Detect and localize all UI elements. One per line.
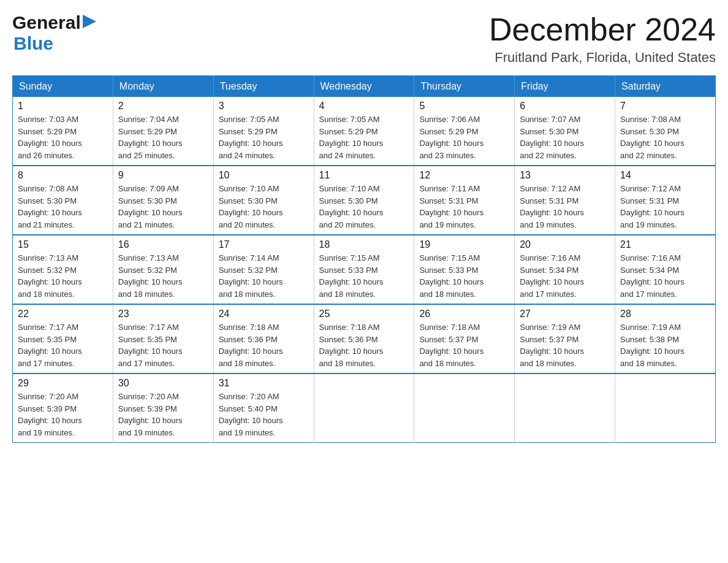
day-info-text: and 26 minutes. xyxy=(18,150,108,162)
day-info-text: Sunrise: 7:19 AM xyxy=(620,321,710,334)
day-number: 2 xyxy=(118,101,208,112)
day-info-text: Sunrise: 7:07 AM xyxy=(520,113,610,126)
day-info-text: Sunset: 5:34 PM xyxy=(520,264,610,277)
day-info-text: and 18 minutes. xyxy=(419,288,509,301)
day-number: 9 xyxy=(118,170,208,181)
day-info-text: Daylight: 10 hours xyxy=(18,415,108,427)
day-number: 20 xyxy=(520,239,610,250)
day-info-text: Daylight: 10 hours xyxy=(118,137,208,150)
table-row: 3Sunrise: 7:05 AMSunset: 5:29 PMDaylight… xyxy=(213,97,314,166)
day-info-text: and 18 minutes. xyxy=(18,288,108,301)
day-info-text: Daylight: 10 hours xyxy=(18,276,108,288)
day-number: 24 xyxy=(219,308,309,320)
day-number: 21 xyxy=(620,239,710,250)
table-row xyxy=(515,373,615,443)
logo-general-text: General xyxy=(12,12,81,33)
day-info-text: Daylight: 10 hours xyxy=(18,345,108,358)
table-row: 2Sunrise: 7:04 AMSunset: 5:29 PMDaylight… xyxy=(113,97,213,166)
day-info-text: and 17 minutes. xyxy=(118,358,208,370)
day-info-text: Sunrise: 7:16 AM xyxy=(520,252,610,264)
location-subtitle: Fruitland Park, Florida, United States xyxy=(489,50,716,66)
col-friday: Friday xyxy=(515,76,615,98)
title-section: December 2024 Fruitland Park, Florida, U… xyxy=(489,12,716,66)
day-info-text: Daylight: 10 hours xyxy=(620,276,710,288)
day-info-text: Daylight: 10 hours xyxy=(118,415,208,427)
table-row: 25Sunrise: 7:18 AMSunset: 5:36 PMDayligh… xyxy=(314,304,414,373)
table-row xyxy=(615,373,716,443)
day-info-text: Sunset: 5:31 PM xyxy=(520,195,610,207)
calendar-week-row: 8Sunrise: 7:08 AMSunset: 5:30 PMDaylight… xyxy=(13,166,716,235)
day-info-text: and 19 minutes. xyxy=(18,427,108,439)
table-row: 15Sunrise: 7:13 AMSunset: 5:32 PMDayligh… xyxy=(13,235,113,304)
day-number: 4 xyxy=(319,101,409,112)
day-info-text: and 19 minutes. xyxy=(118,427,208,439)
day-info-text: and 21 minutes. xyxy=(18,219,108,231)
day-info-text: Sunset: 5:31 PM xyxy=(419,195,509,207)
day-info-text: Sunset: 5:32 PM xyxy=(18,264,108,277)
day-info-text: Sunset: 5:30 PM xyxy=(520,126,610,138)
col-monday: Monday xyxy=(113,76,213,98)
day-info-text: Daylight: 10 hours xyxy=(620,345,710,358)
table-row: 9Sunrise: 7:09 AMSunset: 5:30 PMDaylight… xyxy=(113,166,213,235)
table-row: 5Sunrise: 7:06 AMSunset: 5:29 PMDaylight… xyxy=(414,97,515,166)
day-info-text: Sunrise: 7:15 AM xyxy=(419,252,509,264)
logo: General Blue xyxy=(12,12,96,54)
day-info-text: Sunset: 5:32 PM xyxy=(118,264,208,277)
day-info-text: Sunset: 5:40 PM xyxy=(219,403,309,415)
table-row xyxy=(414,373,515,443)
day-number: 11 xyxy=(319,170,409,181)
day-info-text: Sunrise: 7:08 AM xyxy=(18,183,108,195)
day-info-text: Sunset: 5:39 PM xyxy=(18,403,108,415)
day-info-text: Daylight: 10 hours xyxy=(18,207,108,219)
day-info-text: Sunrise: 7:16 AM xyxy=(620,252,710,264)
day-info-text: Daylight: 10 hours xyxy=(620,207,710,219)
table-row: 14Sunrise: 7:12 AMSunset: 5:31 PMDayligh… xyxy=(615,166,716,235)
day-info-text: and 19 minutes. xyxy=(620,219,710,231)
table-row: 12Sunrise: 7:11 AMSunset: 5:31 PMDayligh… xyxy=(414,166,515,235)
day-info-text: Daylight: 10 hours xyxy=(18,137,108,150)
day-info-text: Sunrise: 7:13 AM xyxy=(18,252,108,264)
col-thursday: Thursday xyxy=(414,76,515,98)
day-info-text: and 22 minutes. xyxy=(620,150,710,162)
day-info-text: and 17 minutes. xyxy=(18,358,108,370)
day-info-text: Sunset: 5:29 PM xyxy=(419,126,509,138)
day-info-text: Sunset: 5:30 PM xyxy=(18,195,108,207)
day-number: 3 xyxy=(219,101,309,112)
day-info-text: Daylight: 10 hours xyxy=(118,207,208,219)
logo-triangle-icon xyxy=(83,15,96,28)
day-info-text: Sunrise: 7:10 AM xyxy=(319,183,409,195)
table-row: 6Sunrise: 7:07 AMSunset: 5:30 PMDaylight… xyxy=(515,97,615,166)
table-row: 17Sunrise: 7:14 AMSunset: 5:32 PMDayligh… xyxy=(213,235,314,304)
day-number: 8 xyxy=(18,170,108,181)
col-tuesday: Tuesday xyxy=(213,76,314,98)
day-info-text: Sunset: 5:38 PM xyxy=(620,334,710,346)
day-info-text: and 17 minutes. xyxy=(620,288,710,301)
day-info-text: Daylight: 10 hours xyxy=(520,345,610,358)
day-info-text: Sunset: 5:29 PM xyxy=(219,126,309,138)
day-info-text: and 18 minutes. xyxy=(319,288,409,301)
day-info-text: Daylight: 10 hours xyxy=(520,137,610,150)
day-info-text: Sunrise: 7:13 AM xyxy=(118,252,208,264)
day-info-text: Sunset: 5:36 PM xyxy=(219,334,309,346)
day-info-text: Sunset: 5:31 PM xyxy=(620,195,710,207)
day-info-text: and 25 minutes. xyxy=(118,150,208,162)
table-row: 20Sunrise: 7:16 AMSunset: 5:34 PMDayligh… xyxy=(515,235,615,304)
day-info-text: Sunrise: 7:08 AM xyxy=(620,113,710,126)
day-info-text: Daylight: 10 hours xyxy=(419,345,509,358)
day-info-text: Daylight: 10 hours xyxy=(219,276,309,288)
day-info-text: Daylight: 10 hours xyxy=(419,137,509,150)
table-row: 10Sunrise: 7:10 AMSunset: 5:30 PMDayligh… xyxy=(213,166,314,235)
day-info-text: Sunrise: 7:17 AM xyxy=(118,321,208,334)
table-row: 18Sunrise: 7:15 AMSunset: 5:33 PMDayligh… xyxy=(314,235,414,304)
day-info-text: Daylight: 10 hours xyxy=(219,415,309,427)
month-title: December 2024 xyxy=(489,12,716,47)
day-info-text: and 19 minutes. xyxy=(219,427,309,439)
day-number: 19 xyxy=(419,239,509,250)
day-number: 7 xyxy=(620,101,710,112)
day-info-text: and 20 minutes. xyxy=(319,219,409,231)
table-row: 23Sunrise: 7:17 AMSunset: 5:35 PMDayligh… xyxy=(113,304,213,373)
day-info-text: Daylight: 10 hours xyxy=(319,345,409,358)
day-info-text: Sunset: 5:33 PM xyxy=(419,264,509,277)
day-info-text: Sunset: 5:29 PM xyxy=(118,126,208,138)
table-row: 22Sunrise: 7:17 AMSunset: 5:35 PMDayligh… xyxy=(13,304,113,373)
